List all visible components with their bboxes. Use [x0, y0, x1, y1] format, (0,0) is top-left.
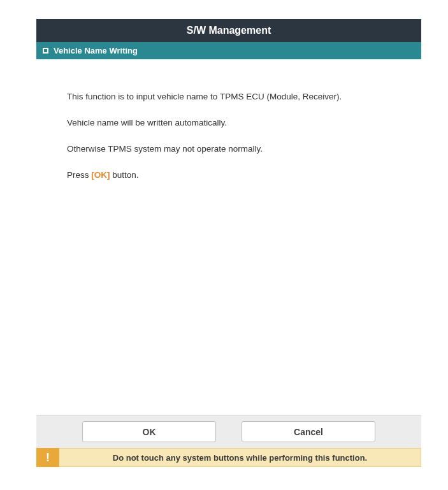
- title-bar: S/W Management: [36, 19, 421, 42]
- content-area: This function is to input vehicle name t…: [36, 59, 421, 182]
- page-title: S/W Management: [187, 25, 271, 36]
- warning-text: Do not touch any system buttons while pe…: [59, 448, 421, 467]
- cancel-button[interactable]: Cancel: [242, 421, 375, 442]
- warning-bar: ! Do not touch any system buttons while …: [36, 448, 421, 467]
- sub-header-label: Vehicle Name Writing: [54, 46, 138, 55]
- ok-highlight-text: [OK]: [91, 170, 110, 180]
- button-bar: OK Cancel: [36, 415, 421, 449]
- ok-button[interactable]: OK: [82, 421, 216, 442]
- press-ok-instruction: Press [OK] button.: [67, 169, 415, 182]
- description-line-3: Otherwise TPMS system may not operate no…: [67, 143, 415, 155]
- main-panel: S/W Management Vehicle Name Writing This…: [36, 19, 421, 196]
- warning-icon: !: [36, 448, 59, 467]
- description-line-2: Vehicle name will be written automatical…: [67, 117, 415, 129]
- press-prefix: Press: [67, 170, 91, 180]
- square-bullet-icon: [43, 48, 48, 54]
- press-suffix: button.: [110, 170, 139, 180]
- description-line-1: This function is to input vehicle name t…: [67, 91, 415, 103]
- sub-header-bar: Vehicle Name Writing: [36, 42, 421, 59]
